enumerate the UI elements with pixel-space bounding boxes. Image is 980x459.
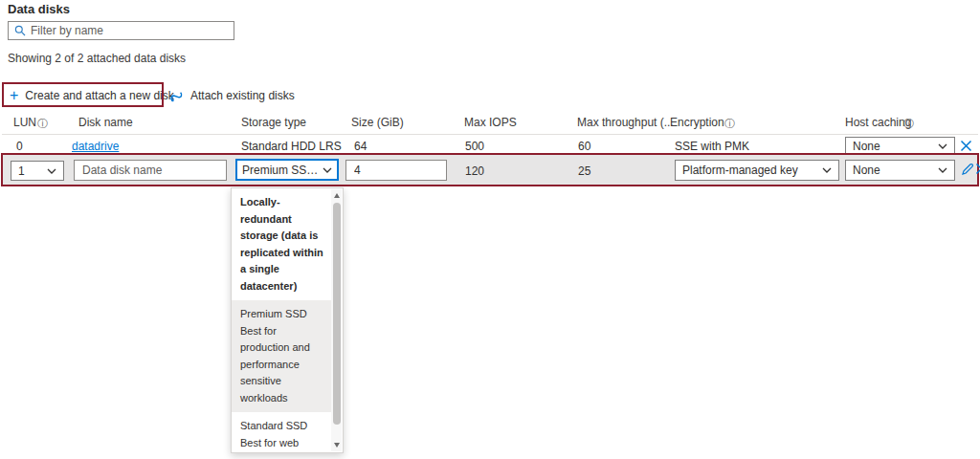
- create-and-attach-disk-button[interactable]: + Create and attach a new disk: [10, 85, 174, 106]
- storage-type-dropdown: Locally-redundant storage (data is repli…: [231, 187, 344, 453]
- dropdown-scrollbar[interactable]: [331, 189, 342, 451]
- filter-input[interactable]: [31, 24, 228, 37]
- chevron-down-icon: [47, 168, 56, 174]
- row1-max-iops: 500: [465, 140, 484, 153]
- info-icon[interactable]: ⓘ: [37, 117, 48, 131]
- delete-new-disk-button[interactable]: [975, 163, 980, 175]
- attach-disk-icon: [169, 89, 184, 103]
- plus-icon: +: [10, 89, 18, 102]
- filter-input-wrapper: [8, 21, 234, 40]
- new-disk-lun-select[interactable]: 1: [11, 161, 64, 181]
- edit-disk-button[interactable]: [961, 163, 974, 176]
- row1-disk-name-link[interactable]: datadrive: [72, 140, 119, 153]
- dropdown-group-header: Locally-redundant storage (data is repli…: [232, 188, 331, 300]
- column-header-host-caching: Host caching: [845, 116, 911, 129]
- scrollbar-thumb[interactable]: [333, 203, 341, 425]
- option-description: Best for web servers, lightly used enter…: [240, 435, 328, 454]
- attach-existing-disks-label: Attach existing disks: [190, 89, 295, 102]
- option-name: Premium SSD: [240, 306, 328, 323]
- info-icon[interactable]: ⓘ: [903, 117, 914, 131]
- chevron-down-icon: [323, 167, 332, 173]
- close-icon: [960, 140, 972, 152]
- attach-existing-disks-button[interactable]: Attach existing disks: [169, 85, 295, 106]
- column-header-max-throughput: Max throughput (...: [577, 116, 674, 129]
- row1-lun: 0: [16, 140, 23, 153]
- column-header-encryption: Encryption: [670, 116, 724, 129]
- row1-encryption: SSE with PMK: [675, 140, 749, 153]
- row1-storage-type: Standard HDD LRS: [241, 140, 342, 153]
- scroll-down-icon[interactable]: [334, 443, 340, 448]
- pencil-icon: [961, 163, 974, 176]
- results-summary: Showing 2 of 2 attached data disks: [8, 52, 186, 65]
- new-disk-name-input[interactable]: [74, 160, 227, 181]
- page-title: Data disks: [8, 2, 70, 16]
- chevron-down-icon: [938, 167, 947, 173]
- create-and-attach-disk-label: Create and attach a new disk: [25, 89, 173, 102]
- close-icon: [975, 163, 980, 175]
- column-header-storage-type: Storage type: [241, 116, 306, 129]
- chevron-down-icon: [938, 143, 947, 149]
- dropdown-option-premium-ssd[interactable]: Premium SSD Best for production and perf…: [232, 300, 331, 412]
- new-disk-host-caching-select[interactable]: None: [845, 160, 955, 181]
- column-header-disk-name: Disk name: [78, 116, 133, 129]
- new-disk-max-throughput: 25: [578, 164, 590, 178]
- header-divider: [2, 134, 978, 135]
- row1-max-throughput: 60: [578, 140, 590, 153]
- column-header-size: Size (GiB): [351, 116, 404, 129]
- chevron-down-icon: [822, 167, 832, 173]
- column-header-max-iops: Max IOPS: [464, 116, 517, 129]
- new-disk-max-iops: 120: [465, 164, 484, 178]
- delete-disk-button[interactable]: [960, 140, 972, 152]
- row1-size: 64: [354, 140, 367, 153]
- new-disk-size-input[interactable]: [345, 160, 447, 181]
- dropdown-option-standard-ssd[interactable]: Standard SSD Best for web servers, light…: [232, 412, 331, 453]
- option-name: Standard SSD: [240, 418, 328, 435]
- column-header-lun: LUN: [13, 116, 36, 129]
- info-icon[interactable]: ⓘ: [724, 117, 735, 131]
- new-disk-encryption-select[interactable]: Platform-managed key: [675, 160, 839, 181]
- search-icon: [14, 25, 26, 36]
- option-description: Best for production and performance sens…: [240, 323, 328, 407]
- scroll-up-icon[interactable]: [334, 193, 340, 198]
- new-disk-storage-type-select[interactable]: Premium SSD (l...: [235, 159, 339, 181]
- data-disks-panel: Data disks Showing 2 of 2 attached data …: [0, 0, 980, 459]
